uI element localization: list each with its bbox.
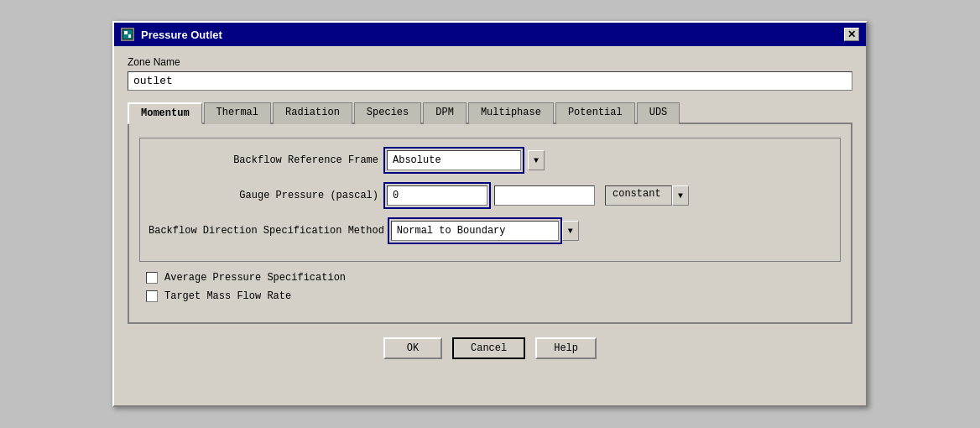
button-row: OK Cancel Help — [128, 324, 852, 366]
close-button[interactable]: ✕ — [844, 28, 859, 41]
title-bar-left: Pressure Outlet — [121, 28, 222, 41]
dialog-body: Zone Name Momentum Thermal Radiation Spe… — [114, 46, 866, 376]
gauge-pressure-extra-input[interactable] — [494, 185, 595, 206]
cancel-button[interactable]: Cancel — [452, 337, 525, 359]
ok-button[interactable]: OK — [383, 337, 442, 359]
tab-thermal[interactable]: Thermal — [204, 102, 271, 124]
svg-rect-1 — [124, 31, 128, 34]
gauge-pressure-label: Gauge Pressure (pascal) — [149, 190, 383, 201]
backflow-reference-row: Backflow Reference Frame ▼ — [149, 147, 831, 174]
gauge-pressure-input-group: constant ▼ — [383, 182, 831, 209]
tab-dpm[interactable]: DPM — [423, 102, 467, 124]
backflow-dropdown-btn[interactable]: ▼ — [528, 150, 545, 170]
avg-pressure-label: Average Pressure Specification — [164, 272, 346, 284]
tab-species[interactable]: Species — [354, 102, 421, 124]
constant-wrap: constant ▼ — [605, 185, 689, 206]
momentum-tab-content: Backflow Reference Frame ▼ Gauge Pressur… — [128, 124, 852, 324]
direction-method-label: Backflow Direction Specification Method — [149, 225, 388, 237]
tab-momentum[interactable]: Momentum — [128, 102, 202, 124]
momentum-form-section: Backflow Reference Frame ▼ Gauge Pressur… — [139, 138, 841, 262]
backflow-reference-label: Backflow Reference Frame — [149, 154, 383, 166]
tab-uds[interactable]: UDS — [637, 102, 680, 124]
direction-dropdown-btn[interactable]: ▼ — [562, 221, 579, 241]
gauge-highlight-box — [383, 182, 491, 209]
svg-rect-2 — [128, 34, 131, 38]
backflow-dropdown-wrapper: ▼ — [528, 150, 545, 170]
constant-dropdown-btn[interactable]: ▼ — [672, 185, 689, 206]
direction-method-input[interactable] — [391, 221, 559, 241]
tab-bar: Momentum Thermal Radiation Species DPM M… — [128, 101, 852, 124]
zone-name-input[interactable] — [128, 71, 852, 91]
tab-potential[interactable]: Potential — [555, 102, 635, 124]
dialog-title: Pressure Outlet — [141, 29, 222, 41]
direction-highlight-box — [388, 217, 562, 244]
title-bar: Pressure Outlet ✕ — [114, 23, 866, 46]
target-mass-flow-label: Target Mass Flow Rate — [164, 290, 291, 302]
gauge-pressure-row: Gauge Pressure (pascal) constant ▼ — [149, 182, 831, 209]
target-mass-flow-checkbox[interactable] — [146, 290, 158, 302]
dialog-icon — [121, 28, 134, 41]
target-mass-flow-row: Target Mass Flow Rate — [139, 290, 841, 302]
pressure-outlet-dialog: Pressure Outlet ✕ Zone Name Momentum The… — [112, 21, 868, 407]
gauge-pressure-input[interactable] — [387, 185, 487, 206]
help-button[interactable]: Help — [535, 337, 597, 359]
backflow-reference-input[interactable] — [387, 150, 521, 170]
backflow-reference-input-group: ▼ — [383, 147, 831, 174]
backflow-highlight-box — [383, 147, 524, 174]
constant-display: constant — [605, 185, 672, 206]
avg-pressure-checkbox[interactable] — [146, 272, 158, 284]
zone-name-label: Zone Name — [128, 56, 852, 68]
avg-pressure-row: Average Pressure Specification — [139, 272, 841, 284]
tab-multiphase[interactable]: Multiphase — [468, 102, 554, 124]
direction-method-input-wrap: ▼ — [388, 217, 831, 244]
tab-radiation[interactable]: Radiation — [273, 102, 352, 124]
direction-method-row: Backflow Direction Specification Method … — [149, 217, 831, 244]
